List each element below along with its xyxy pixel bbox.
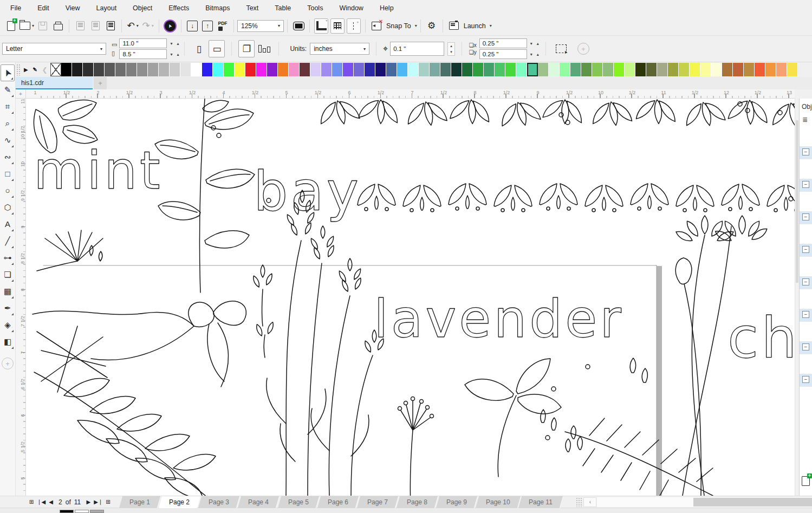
snap-off-button[interactable] xyxy=(370,19,383,33)
object-row[interactable]: − xyxy=(800,341,812,374)
color-swatch[interactable] xyxy=(386,63,397,76)
page-width-steppers[interactable]: ▾▴ xyxy=(170,41,179,46)
color-swatch[interactable] xyxy=(94,63,105,76)
color-swatch[interactable] xyxy=(603,63,614,76)
document-tab[interactable]: his1.cdr xyxy=(16,77,93,89)
color-swatch[interactable] xyxy=(765,63,776,76)
color-swatch[interactable] xyxy=(419,63,430,76)
menu-item[interactable]: Table xyxy=(267,0,299,16)
color-swatch[interactable] xyxy=(484,63,495,76)
duplicate-y-field[interactable]: 0.25 " xyxy=(479,49,527,59)
export-button[interactable]: ↑ xyxy=(201,19,214,33)
new-document-button[interactable] xyxy=(4,19,17,33)
page-size-preset-combo[interactable]: Letter▾ xyxy=(2,43,106,55)
menu-item[interactable]: File xyxy=(2,0,29,16)
color-swatch[interactable] xyxy=(202,63,213,76)
page-tab[interactable]: Page 2 xyxy=(159,496,200,508)
redo-dropdown-icon[interactable]: ▾ xyxy=(152,23,154,28)
color-swatch[interactable] xyxy=(191,63,202,76)
menu-item[interactable]: View xyxy=(57,0,88,16)
rectangle-tool[interactable]: □ xyxy=(1,165,15,182)
color-swatch[interactable] xyxy=(256,63,267,76)
horizontal-scrollbar[interactable] xyxy=(597,497,812,507)
drawing-canvas[interactable]: mint bay lavender chi xyxy=(26,99,795,496)
color-swatch[interactable] xyxy=(332,63,343,76)
color-swatch[interactable] xyxy=(614,63,625,76)
color-swatch[interactable] xyxy=(365,63,375,76)
color-swatch[interactable] xyxy=(343,63,354,76)
snap-to-label[interactable]: Snap To xyxy=(386,22,411,30)
page-tab[interactable]: Page 11 xyxy=(518,496,563,508)
menu-item[interactable]: Object xyxy=(125,0,160,16)
zoom-level-combo[interactable]: 125%▾ xyxy=(237,20,284,32)
print-button[interactable] xyxy=(51,19,64,33)
color-swatch[interactable] xyxy=(679,63,690,76)
zoom-tool[interactable]: ⌕ xyxy=(1,115,15,132)
color-swatch[interactable] xyxy=(310,63,321,76)
launch-button[interactable] xyxy=(447,19,460,33)
color-swatch[interactable] xyxy=(50,63,61,76)
color-swatch[interactable] xyxy=(289,63,300,76)
launch-dropdown-icon[interactable]: ▾ xyxy=(490,23,492,28)
color-swatch[interactable] xyxy=(657,63,668,76)
objects-filter-icon[interactable]: ≣ xyxy=(800,111,812,124)
show-guidelines-toggle[interactable] xyxy=(347,18,361,34)
page-height-field[interactable]: 8.5 " xyxy=(119,49,167,59)
show-rulers-toggle[interactable] xyxy=(314,18,328,34)
page-tab[interactable]: Page 7 xyxy=(356,496,398,508)
color-swatch[interactable] xyxy=(776,63,787,76)
page-tab[interactable]: Page 9 xyxy=(436,496,478,508)
undo-dropdown-icon[interactable]: ▾ xyxy=(137,23,139,28)
object-row[interactable]: − xyxy=(800,211,812,244)
freehand-tool[interactable]: ∿ xyxy=(1,132,15,148)
horizontal-scrollbar-thumb[interactable] xyxy=(693,498,812,506)
color-swatch[interactable] xyxy=(505,63,516,76)
artistic-media-tool[interactable]: ∾ xyxy=(1,148,15,165)
interactive-fill-tool[interactable]: ◈ xyxy=(1,316,15,333)
add-tools-button[interactable]: + xyxy=(2,358,14,369)
color-swatch[interactable] xyxy=(321,63,332,76)
page-tab[interactable]: Page 6 xyxy=(317,496,359,508)
color-swatch[interactable] xyxy=(300,63,310,76)
color-swatch[interactable] xyxy=(105,63,115,76)
units-combo[interactable]: inches▾ xyxy=(310,43,369,55)
menu-item[interactable]: Help xyxy=(372,0,402,16)
page-tab[interactable]: Page 3 xyxy=(198,496,240,508)
nudge-field[interactable]: 0.1 " xyxy=(390,42,444,56)
menu-item[interactable]: Layout xyxy=(88,0,125,16)
color-swatch[interactable] xyxy=(527,63,538,76)
page-tab[interactable]: Page 10 xyxy=(476,496,521,508)
object-row[interactable]: − xyxy=(800,146,812,179)
dup-x-steppers[interactable]: ▾▴ xyxy=(530,41,539,46)
shape-tool[interactable]: ✎ xyxy=(1,81,15,98)
vertical-scrollbar-thumb[interactable] xyxy=(796,120,798,283)
scroll-left-button[interactable]: ‹ xyxy=(583,497,596,507)
launch-label[interactable]: Launch xyxy=(464,22,486,30)
redo-button[interactable]: ↷▾ xyxy=(141,19,154,33)
eyedropper-tool[interactable]: ✒ xyxy=(1,300,15,316)
collapse-icon[interactable]: − xyxy=(802,213,809,220)
publish-pdf-button[interactable]: PDF xyxy=(216,19,229,33)
color-swatch[interactable] xyxy=(635,63,646,76)
color-swatch[interactable] xyxy=(354,63,365,76)
polygon-tool[interactable]: ⬡ xyxy=(1,199,15,216)
color-swatch[interactable] xyxy=(700,63,711,76)
save-button[interactable] xyxy=(36,19,49,33)
color-swatch[interactable] xyxy=(711,63,722,76)
menu-item[interactable]: Window xyxy=(331,0,371,16)
collapse-icon[interactable]: − xyxy=(802,343,809,350)
color-swatch[interactable] xyxy=(592,63,603,76)
undo-button[interactable]: ↶▾ xyxy=(126,19,139,33)
duplicate-x-field[interactable]: 0.25 " xyxy=(479,38,527,48)
color-swatch[interactable] xyxy=(440,63,451,76)
paste-button[interactable] xyxy=(104,19,117,33)
collapse-icon[interactable]: − xyxy=(802,376,809,383)
color-swatch[interactable] xyxy=(560,63,570,76)
dup-y-steppers[interactable]: ▾▴ xyxy=(530,52,539,57)
crop-tool[interactable]: ⌗ xyxy=(1,98,15,115)
color-swatch[interactable] xyxy=(430,63,440,76)
new-page-icon[interactable] xyxy=(802,476,810,486)
ellipse-tool[interactable]: ○ xyxy=(1,182,15,199)
fullscreen-preview-button[interactable] xyxy=(292,19,305,33)
object-row[interactable]: − xyxy=(800,374,812,406)
